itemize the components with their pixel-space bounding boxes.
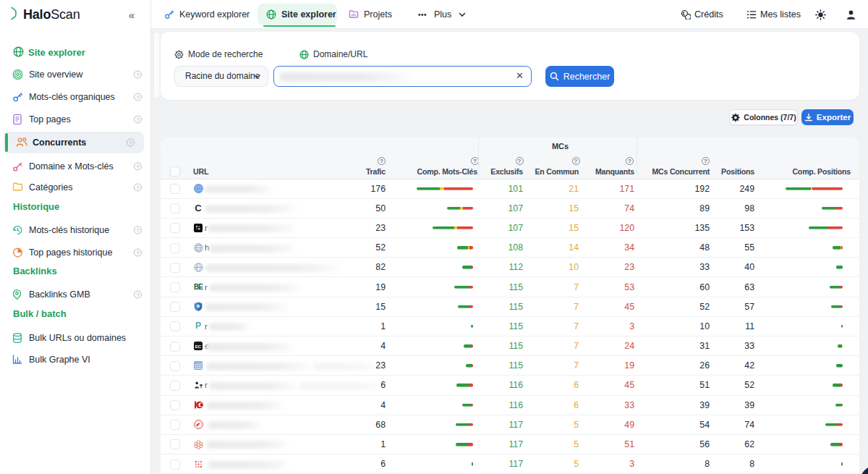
svg-text:EC: EC: [195, 344, 202, 349]
